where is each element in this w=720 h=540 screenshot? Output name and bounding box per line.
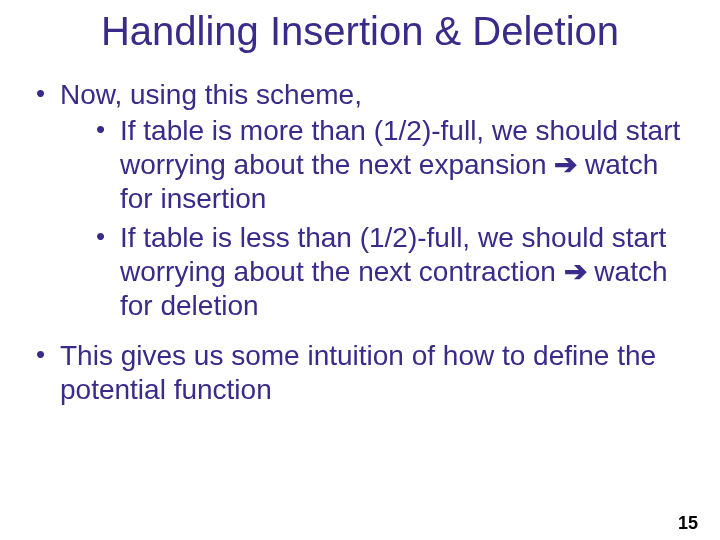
inner-list: If table is more than (1/2)-full, we sho… [60,114,684,323]
bullet-now-text: Now, using this scheme, [60,79,362,110]
outer-list: Now, using this scheme, If table is more… [36,78,684,407]
slide: Handling Insertion & Deletion Now, using… [0,8,720,540]
page-number: 15 [678,513,698,534]
right-arrow-icon: ➔ [554,149,577,180]
bullet-now: Now, using this scheme, If table is more… [36,78,684,323]
bullet-expansion: If table is more than (1/2)-full, we sho… [96,114,684,216]
bullet-intuition-text: This gives us some intuition of how to d… [60,340,656,405]
slide-body: Now, using this scheme, If table is more… [0,78,720,407]
bullet-contraction: If table is less than (1/2)-full, we sho… [96,221,684,323]
bullet-intuition: This gives us some intuition of how to d… [36,339,684,407]
slide-title: Handling Insertion & Deletion [0,8,720,54]
right-arrow-icon: ➔ [564,256,587,287]
